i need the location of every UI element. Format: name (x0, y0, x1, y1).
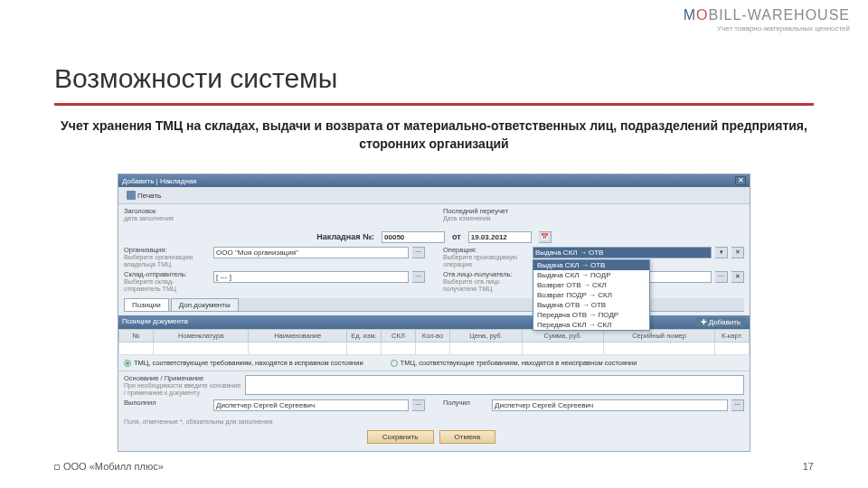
dropdown-option[interactable]: Выдача СКЛ → ПОДР (533, 270, 649, 280)
positions-title: Позиции документа (122, 317, 188, 327)
clear-icon[interactable]: ✕ (731, 247, 744, 258)
window-title: Добавить | Накладная (122, 177, 197, 185)
calendar-icon[interactable]: 📅 (539, 231, 552, 243)
operation-select[interactable]: Выдача СКЛ → ОТВ (533, 247, 712, 258)
close-icon[interactable]: ✕ (735, 176, 746, 185)
page-subtitle: Учет хранения ТМЦ на складах, выдачи и в… (54, 117, 814, 153)
print-icon (127, 191, 136, 200)
table-row[interactable] (119, 343, 750, 355)
print-button[interactable]: Печать (122, 189, 165, 202)
footer-company: ООО «Мобилл плюс» (54, 461, 164, 472)
tab-additional[interactable]: Доп.документы (171, 298, 239, 311)
receiver2-input[interactable]: Диспетчер Сергей Сергеевич (492, 399, 728, 411)
tab-positions[interactable]: Позиции (124, 298, 169, 311)
lookup-icon[interactable]: ⋯ (412, 271, 425, 283)
dropdown-option[interactable]: Возврат ПОДР → СКЛ (533, 290, 649, 300)
docnum-label: Накладная №: (316, 232, 374, 241)
lookup-icon[interactable]: ⋯ (412, 247, 425, 258)
operation-dropdown[interactable]: Выдача СКЛ → ОТВ Выдача СКЛ → ПОДР Возвр… (533, 259, 650, 331)
required-note: Поля, отмеченные *, обязательны для запо… (124, 417, 744, 427)
clear-icon[interactable]: ✕ (731, 271, 744, 283)
dropdown-option[interactable]: Выдача ОТВ → ОТВ (533, 300, 649, 310)
lookup-icon[interactable]: ⋯ (715, 271, 728, 283)
add-position-button[interactable]: ✚ Добавить (695, 317, 746, 327)
chevron-down-icon[interactable]: ▾ (715, 247, 728, 258)
note-textarea[interactable] (245, 375, 744, 395)
page-title: Возможности системы (54, 63, 814, 99)
page-number: 17 (803, 461, 814, 472)
dropdown-option[interactable]: Передача ОТВ → ПОДР (533, 310, 649, 320)
docnum-input[interactable]: 00050 (382, 231, 445, 243)
warehouse-input[interactable]: [ --- ] (213, 271, 409, 283)
org-input[interactable]: ООО "Моя организация" (213, 247, 409, 258)
performer-input[interactable]: Диспетчер Сергей Сергеевич (213, 399, 409, 411)
positions-table: № Номенклатура Наименование Ед. изм. СКЛ… (118, 329, 750, 355)
dropdown-option[interactable]: Возврат ОТВ → СКЛ (533, 280, 649, 290)
lookup-icon[interactable]: ⋯ (731, 399, 744, 411)
cancel-button[interactable]: Отмена (439, 430, 496, 444)
radio-broken[interactable]: ТМЦ, соответствующие требованиям, находя… (391, 359, 637, 367)
brand-logo: MOBILL-WAREHOUSE Учет товарно-материальн… (684, 7, 850, 33)
docdate-input[interactable]: 19.03.2012 (468, 231, 532, 243)
lookup-icon[interactable]: ⋯ (412, 399, 425, 411)
app-window: Добавить | Накладная ✕ Печать Заголовокд… (118, 174, 750, 452)
save-button[interactable]: Сохранить (367, 430, 434, 444)
dropdown-option[interactable]: Передача СКЛ → СКЛ (533, 320, 649, 330)
radio-working[interactable]: ТМЦ, соответствующие требованиям, находя… (124, 359, 363, 367)
dropdown-option[interactable]: Выдача СКЛ → ОТВ (533, 260, 649, 270)
